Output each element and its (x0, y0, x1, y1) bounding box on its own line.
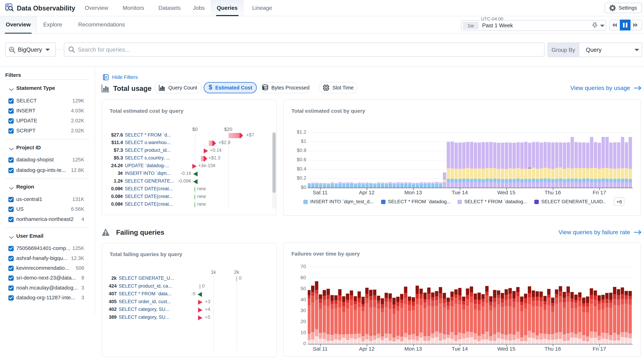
svg-text:$: $ (208, 84, 212, 91)
